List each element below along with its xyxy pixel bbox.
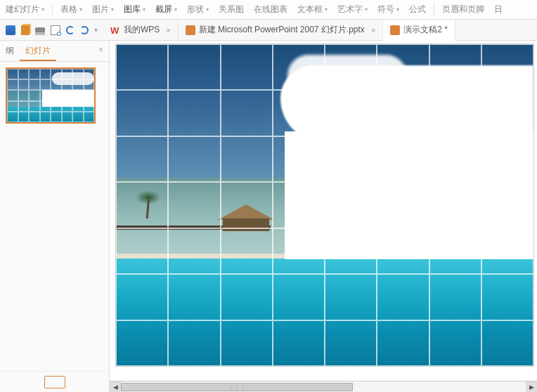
panel-close-icon[interactable]: × xyxy=(93,41,109,61)
undo-icon[interactable] xyxy=(66,26,75,34)
tab-close-icon[interactable]: × xyxy=(371,26,375,34)
tab-pptx-file[interactable]: 新建 Microsoft PowerPoint 2007 幻灯片.pptx × xyxy=(179,20,384,41)
image-water-region xyxy=(116,259,533,367)
scroll-left-button[interactable]: ◀ xyxy=(110,381,121,393)
quick-access-and-tabs: ▾ W 我的WPS × 新建 Microsoft PowerPoint 2007… xyxy=(0,20,537,41)
horizontal-scrollbar[interactable]: ◀ ⋮⋮⋮ ▶ xyxy=(110,381,537,392)
qa-more-icon[interactable]: ▾ xyxy=(94,26,98,34)
picture-menu[interactable]: 图片 xyxy=(88,1,118,18)
symbol-menu[interactable]: 符号 xyxy=(373,1,403,18)
table-menu[interactable]: 表格 xyxy=(56,1,86,18)
textbox-menu[interactable]: 文本框 xyxy=(293,1,332,18)
scroll-grip-icon: ⋮⋮⋮ xyxy=(228,384,247,390)
print-preview-icon[interactable] xyxy=(51,25,60,35)
scroll-track[interactable]: ⋮⋮⋮ xyxy=(121,381,526,393)
quick-access-toolbar: ▾ xyxy=(0,25,103,35)
image-hut xyxy=(214,204,278,233)
scroll-right-button[interactable]: ▶ xyxy=(526,381,537,393)
presentation-file-icon xyxy=(186,25,195,35)
empty-white-region xyxy=(285,131,533,259)
date-button[interactable]: 日 xyxy=(490,1,507,18)
tab-close-icon[interactable]: × xyxy=(166,26,170,34)
new-slide-menu[interactable]: 建幻灯片 xyxy=(1,1,48,18)
shape-menu[interactable]: 形状 xyxy=(183,1,213,18)
header-footer-button[interactable]: 页眉和页脚 xyxy=(438,1,489,18)
presentation-file-icon xyxy=(390,25,400,35)
copy-icon[interactable] xyxy=(21,25,30,35)
slide-canvas-area: ◀ ⋮⋮⋮ ▶ xyxy=(110,41,537,392)
canvas-viewport[interactable] xyxy=(110,41,537,381)
scroll-thumb[interactable]: ⋮⋮⋮ xyxy=(121,383,353,391)
outline-tab[interactable]: 纲 xyxy=(0,41,20,61)
equation-button[interactable]: 公式 xyxy=(405,1,430,18)
wordart-menu[interactable]: 艺术字 xyxy=(333,1,372,18)
main-area: 纲 幻灯片 × xyxy=(0,41,537,392)
tab-label: 演示文稿2 * xyxy=(403,24,448,36)
add-slide-button[interactable] xyxy=(44,376,65,388)
slides-panel: 纲 幻灯片 × xyxy=(0,41,110,392)
print-icon[interactable] xyxy=(35,25,45,35)
slides-tab[interactable]: 幻灯片 xyxy=(20,41,56,61)
slide-1[interactable] xyxy=(115,44,534,367)
tab-my-wps[interactable]: W 我的WPS × xyxy=(103,20,179,41)
relation-button[interactable]: 关系图 xyxy=(214,1,248,18)
panel-tabs: 纲 幻灯片 × xyxy=(0,41,109,62)
redo-icon[interactable] xyxy=(80,26,89,34)
wps-logo-icon: W xyxy=(110,25,120,35)
online-chart-button[interactable]: 在线图表 xyxy=(250,1,292,18)
slide-thumbnail-1[interactable] xyxy=(6,67,96,124)
tab-label: 新建 Microsoft PowerPoint 2007 幻灯片.pptx xyxy=(199,24,365,36)
thumbnail-list xyxy=(0,62,109,371)
image-palm-trees xyxy=(127,185,169,220)
panel-footer xyxy=(0,371,109,392)
tab-presentation-2[interactable]: 演示文稿2 * xyxy=(383,20,455,41)
save-icon[interactable] xyxy=(6,25,15,35)
ribbon-toolbar: 建幻灯片 表格 图片 图库 截屏 形状 关系图 在线图表 文本框 艺术字 符号 … xyxy=(0,0,537,20)
separator xyxy=(52,4,53,16)
tab-label: 我的WPS xyxy=(124,24,160,36)
separator xyxy=(434,4,434,16)
gallery-menu[interactable]: 图库 xyxy=(119,1,150,18)
document-tabs: W 我的WPS × 新建 Microsoft PowerPoint 2007 幻… xyxy=(103,20,455,41)
screenshot-menu[interactable]: 截屏 xyxy=(151,1,181,18)
